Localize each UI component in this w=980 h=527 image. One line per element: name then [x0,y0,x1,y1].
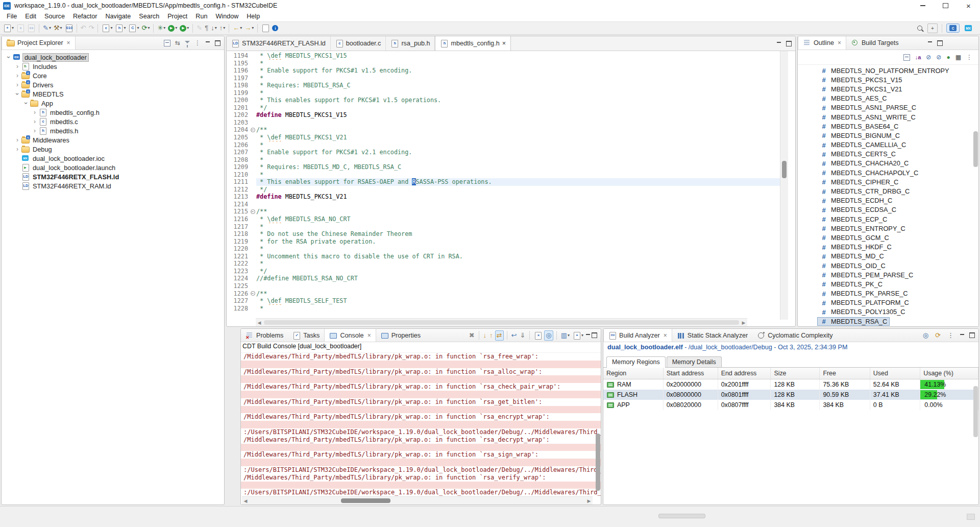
console-line[interactable]: /Middlewares/Third_Party/mbedTLS/library… [241,383,601,391]
tab-build-targets[interactable]: Build Targets [846,36,903,50]
line-number[interactable]: 1221 [227,253,249,260]
code-lines[interactable]: 1194 * \def MBEDTLS_PKCS1_V151195 *1196 … [227,51,795,312]
line-number[interactable]: 1201 [227,104,249,112]
outline-item[interactable]: #MBEDTLS_PK_PARSE_C [798,289,978,298]
line-number[interactable]: 1196 [227,67,249,75]
display-console-icon[interactable]: ▥▾ [560,331,571,340]
fold-column[interactable] [249,223,256,231]
fold-column[interactable] [249,141,256,149]
fold-column[interactable] [249,171,256,179]
fold-column[interactable] [249,253,256,260]
fold-collapse-icon[interactable]: − [251,209,255,214]
outline-item[interactable]: #MBEDTLS_PEM_PARSE_C [798,270,978,279]
table-row-flash[interactable]: FLASH0x080000000x0801ffff128 KB90.59 KB3… [603,390,978,400]
close-icon[interactable]: × [502,40,506,47]
code-line[interactable]: 1223 */ [227,268,795,275]
device-configuration-icon[interactable]: ✎▾ [42,23,52,33]
tree-item[interactable]: LDSTM32F446RETX_FLASH.ld [2,172,224,181]
debug-icon[interactable]: ✳▾ [156,23,166,33]
line-number[interactable]: 1213 [227,193,249,201]
code-line[interactable]: 1198 * Requires: MBEDTLS_RSA_C [227,82,795,89]
line-number[interactable]: 1200 [227,97,249,104]
tree-expanded-icon[interactable]: › [14,90,21,98]
console-horizontal-scrollbar-thumb[interactable] [341,498,390,503]
menu-source[interactable]: Source [40,12,69,20]
scroll-right-icon[interactable]: ▶ [585,498,593,504]
tree-item[interactable]: ›cMBEDTLS [2,89,224,99]
console-horizontal-scrollbar[interactable]: ◀ ▶ [242,496,593,505]
minimize-view-icon[interactable] [585,333,591,338]
menu-file[interactable]: File [3,12,21,20]
refresh-icon[interactable]: ⟳ [934,331,942,340]
build-binary-icon[interactable]: 010 [64,23,74,33]
code-line[interactable]: 1224//#define MBEDTLS_RSA_NO_CRT [227,275,795,282]
fold-column[interactable] [249,82,256,89]
tab-project-explorer[interactable]: Project Explorer× [2,36,76,50]
code-line[interactable]: 1225 [227,282,795,290]
hide-non-public-icon[interactable]: ● [946,54,950,61]
sort-icon[interactable]: ↓a [915,54,921,60]
menu-run[interactable]: Run [191,12,211,20]
line-number[interactable]: 1228 [227,305,249,313]
column-header-end-address[interactable]: End address [718,368,771,379]
code-line[interactable]: 1204−/** [227,126,795,134]
maximize-view-icon[interactable] [786,41,792,46]
code-line[interactable]: 1216 * \def MBEDTLS_RSA_NO_CRT [227,215,795,223]
editor-tab-rsa_pub.h[interactable]: hrsa_pub.h [386,36,435,51]
tree-item[interactable]: ›cmbedtls.c [2,117,224,126]
outline-item[interactable]: #MBEDTLS_RSA_C [798,317,978,326]
column-header-region[interactable]: Region [603,368,663,379]
outline-item[interactable]: #MBEDTLS_CIPHER_C [798,177,978,186]
outline-item[interactable]: #MBEDTLS_CHACHA20_C [798,159,978,168]
tree-collapsed-icon[interactable]: › [13,146,21,153]
line-number[interactable]: 1218 [227,230,249,238]
line-number[interactable]: 1206 [227,141,249,149]
console-line[interactable]: :/Users/BITSPILANI/STM32CubeIDE/workspac… [241,489,601,496]
code-line[interactable]: 1194 * \def MBEDTLS_PKCS1_V15 [227,52,795,60]
scroll-left-icon[interactable]: ◀ [242,498,249,504]
line-number[interactable]: 1211 [227,178,249,186]
outline-item[interactable]: #MBEDTLS_ECDH_C [798,196,978,205]
line-number[interactable]: 1225 [227,282,249,290]
next-error-icon[interactable]: ↓ [482,331,488,340]
console-line[interactable]: /Middlewares/Third_Party/mbedTLS/library… [241,368,601,376]
scroll-lock-icon[interactable]: ⇓ [519,331,526,340]
view-menu-icon[interactable]: ⋮ [966,54,972,61]
generate-code-icon[interactable]: ⟳▾ [140,23,151,33]
fold-column[interactable] [249,119,256,127]
line-number[interactable]: 1212 [227,186,249,194]
editor-tab-STM32F446RETX_FLASH.ld[interactable]: LDSTM32F446RETX_FLASH.ld [227,36,331,51]
fold-column[interactable] [249,260,256,268]
tree-item[interactable]: ›cMiddlewares [2,135,224,145]
device-config-perspective-button[interactable]: MX [962,23,975,33]
table-row-app[interactable]: APP0x080200000x0807ffff384 KB384 KB0 B0.… [603,400,978,410]
tab-cyclomatic-complexity[interactable]: Cyclomatic Complexity [752,329,837,342]
line-number[interactable]: 1205 [227,134,249,141]
code-line[interactable]: 1203 [227,119,795,127]
outline-scrollbar-thumb[interactable] [973,131,978,167]
outline-item[interactable]: #MBEDTLS_GCM_C [798,233,978,242]
line-number[interactable]: 1227 [227,297,249,305]
close-icon[interactable]: × [67,39,70,46]
code-line[interactable]: 1209 * Requires: MBEDTLS_MD_C, MBEDTLS_R… [227,163,795,171]
info-icon[interactable]: i [271,24,279,32]
maximize-view-icon[interactable] [592,332,597,338]
line-number[interactable]: 1203 [227,119,249,127]
fold-column[interactable] [249,111,256,119]
code-line[interactable]: 1220 * [227,245,795,253]
tree-expanded-icon[interactable]: › [22,99,30,107]
line-number[interactable]: 1209 [227,163,249,171]
fold-column[interactable] [249,305,256,313]
code-line[interactable]: 1199 * [227,89,795,97]
fold-column[interactable] [249,134,256,141]
close-window-button[interactable]: × [957,0,980,11]
console-line[interactable]: :/Users/BITSPILANI/STM32CubeIDE/workspac… [241,428,601,436]
close-icon[interactable]: × [838,39,841,46]
code-line[interactable]: 1206 * [227,141,795,149]
fold-column[interactable] [249,163,256,171]
tree-collapsed-icon[interactable]: › [13,136,21,143]
outline-item[interactable]: #MBEDTLS_BASE64_C [798,122,978,131]
code-line[interactable]: 1211 * This enables support for RSAES-OA… [227,178,795,186]
line-number[interactable]: 1220 [227,245,249,253]
collapse-all-icon[interactable] [903,54,910,61]
